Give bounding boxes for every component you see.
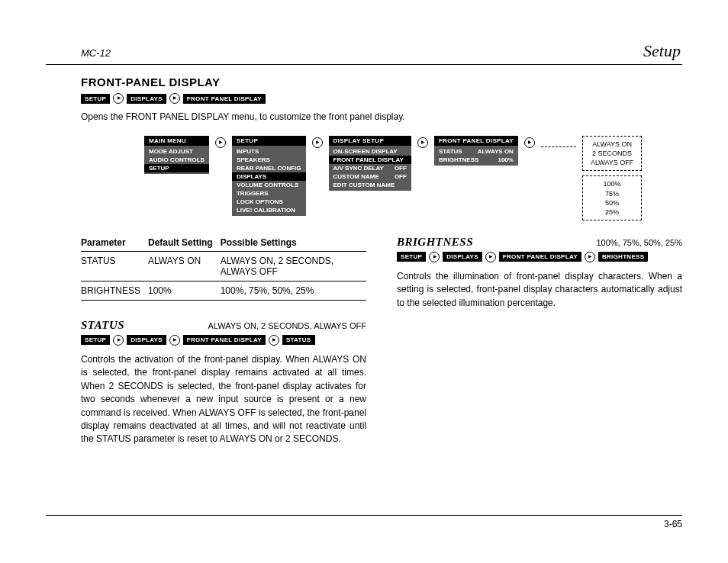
menu-item: AUDIO CONTROLS [144, 156, 209, 164]
status-name: STATUS [81, 319, 124, 332]
menu-flow: MAIN MENU MODE ADJUSTAUDIO CONTROLSSETUP… [81, 136, 682, 220]
menu-item: SETUP [144, 164, 209, 172]
status-heading: STATUS ALWAYS ON, 2 SECONDS, ALWAYS OFF [81, 319, 366, 332]
arrow-right-icon [485, 252, 496, 262]
crumb-pill: STATUS [282, 335, 315, 345]
table-cell: BRIGHTNESS [81, 281, 148, 300]
header-model: MC-12 [81, 47, 111, 59]
menu-item: STATUSALWAYS ON [434, 147, 518, 156]
table-cell: 100%, 75%, 50%, 25% [221, 281, 366, 300]
crumb-front-panel: FRONT PANEL DISPLAY [183, 94, 266, 104]
table-header: Possible Settings [221, 236, 366, 252]
menu-item: TRIGGERS [232, 189, 306, 198]
dashed-connector [541, 146, 576, 147]
menu-item: REAR PANEL CONFIG [232, 164, 306, 172]
breadcrumb: SETUP DISPLAYS FRONT PANEL DISPLAY [81, 93, 682, 104]
table-cell: 100% [148, 281, 221, 300]
right-column: BRIGHTNESS 100%, 75%, 50%, 25% SETUPDISP… [397, 236, 682, 446]
crumb-pill: BRIGHTNESS [598, 252, 648, 262]
arrow-right-icon [169, 93, 180, 104]
status-breadcrumb: SETUPDISPLAYSFRONT PANEL DISPLAYSTATUS [81, 335, 366, 346]
brightness-breadcrumb: SETUPDISPLAYSFRONT PANEL DISPLAYBRIGHTNE… [397, 252, 682, 262]
page-number: 3-65 [664, 519, 682, 529]
arrow-right-icon [524, 137, 535, 148]
left-column: Parameter Default Setting Possible Setti… [81, 236, 366, 446]
arrow-right-icon [113, 335, 124, 346]
arrow-right-icon [215, 137, 226, 148]
crumb-pill: FRONT PANEL DISPLAY [183, 335, 266, 345]
menu-item: MODE ADJUST [144, 147, 209, 156]
crumb-pill: DISPLAYS [443, 252, 482, 262]
brightness-body: Controls the illumination of front-panel… [397, 270, 682, 310]
menu-item: LOCK OPTIONS [232, 198, 306, 206]
menu-main-title: MAIN MENU [144, 136, 209, 146]
arrow-right-icon [113, 93, 124, 104]
crumb-pill: SETUP [81, 335, 110, 345]
menu-setup: SETUP INPUTSSPEAKERSREAR PANEL CONFIGDIS… [232, 136, 306, 216]
menu-item: CUSTOM NAMEOFF [329, 172, 411, 181]
header-section: Setup [643, 41, 681, 61]
arrow-right-icon [169, 335, 180, 346]
menu-item: ON-SCREEN DISPLAY [329, 147, 411, 156]
menu-item: FRONT PANEL DISPLAY [329, 156, 411, 164]
brightness-options-box: 100%75%50%25% [582, 175, 642, 220]
page-title: FRONT-PANEL DISPLAY [81, 76, 682, 88]
menu-item: SPEAKERS [232, 156, 306, 164]
brightness-name: BRIGHTNESS [397, 236, 473, 249]
menu-item: LIVE! CALIBRATION [232, 206, 306, 214]
parameters-table: Parameter Default Setting Possible Setti… [81, 236, 366, 301]
intro-text: Opens the FRONT PANEL DISPLAY menu, to c… [81, 111, 682, 122]
table-row: BRIGHTNESS100%100%, 75%, 50%, 25% [81, 281, 366, 300]
arrow-right-icon [585, 252, 595, 262]
menu-item: A/V SYNC DELAYOFF [329, 164, 411, 172]
crumb-pill: DISPLAYS [127, 335, 166, 345]
menu-main: MAIN MENU MODE ADJUSTAUDIO CONTROLSSETUP [144, 136, 209, 174]
arrow-right-icon [429, 252, 440, 262]
arrow-right-icon [417, 137, 428, 148]
table-cell: STATUS [81, 251, 148, 281]
menu-item: VOLUME CONTROLS [232, 181, 306, 189]
menu-front-panel: FRONT PANEL DISPLAY STATUSALWAYS ONBRIGH… [434, 136, 518, 166]
menu-front-title: FRONT PANEL DISPLAY [434, 136, 518, 146]
table-header: Default Setting [148, 236, 221, 252]
brightness-options-text: 100%, 75%, 50%, 25% [596, 238, 682, 247]
menu-display-title: DISPLAY SETUP [329, 136, 411, 146]
crumb-displays: DISPLAYS [127, 94, 166, 104]
status-options-text: ALWAYS ON, 2 SECONDS, ALWAYS OFF [208, 321, 366, 330]
crumb-pill: SETUP [397, 252, 426, 262]
brightness-heading: BRIGHTNESS 100%, 75%, 50%, 25% [397, 236, 682, 249]
menu-display-setup: DISPLAY SETUP ON-SCREEN DISPLAYFRONT PAN… [329, 136, 411, 191]
table-row: STATUSALWAYS ONALWAYS ON, 2 SECONDS, ALW… [81, 251, 366, 281]
running-header: MC-12 Setup [46, 41, 682, 65]
status-options-box: ALWAYS ON2 SECONDSALWAYS OFF [582, 136, 642, 171]
crumb-setup: SETUP [81, 94, 110, 104]
table-cell: ALWAYS ON, 2 SECONDS, ALWAYS OFF [221, 251, 366, 281]
table-header: Parameter [81, 236, 148, 252]
page-footer: 3-65 [46, 515, 682, 529]
crumb-pill: FRONT PANEL DISPLAY [499, 252, 581, 262]
arrow-right-icon [312, 137, 323, 148]
menu-setup-title: SETUP [232, 136, 306, 146]
menu-item: DISPLAYS [232, 172, 306, 181]
arrow-right-icon [269, 335, 279, 346]
menu-item: INPUTS [232, 147, 306, 156]
table-cell: ALWAYS ON [148, 251, 221, 281]
menu-item: EDIT CUSTOM NAME [329, 181, 411, 189]
menu-item: BRIGHTNESS100% [434, 156, 518, 164]
status-body: Controls the activation of the front-pan… [81, 353, 366, 446]
